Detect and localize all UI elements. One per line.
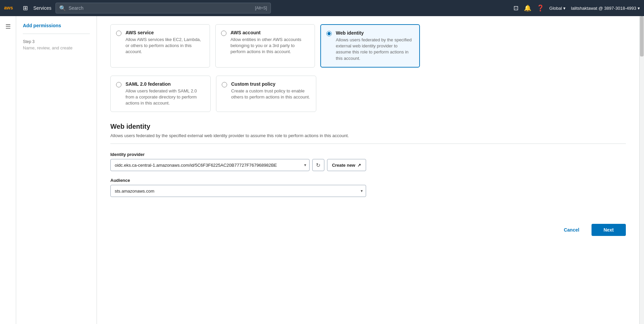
radio-web-identity[interactable] (326, 31, 332, 36)
bell-icon[interactable]: 🔔 (524, 4, 531, 12)
create-new-button[interactable]: Create new ↗ (327, 159, 366, 171)
search-icon: 🔍 (59, 5, 66, 11)
web-identity-section-desc: Allows users federated by the specified … (110, 133, 626, 138)
option-saml-desc: Allow users federated with SAML 2.0 from… (126, 88, 205, 107)
cancel-button[interactable]: Cancel (557, 224, 586, 236)
svg-text:aws: aws (4, 5, 13, 10)
services-link[interactable]: Services (33, 5, 51, 11)
step-title: Name, review, and create (23, 45, 90, 50)
aws-logo[interactable]: aws (4, 4, 17, 12)
option-aws-account[interactable]: AWS account Allow entities in other AWS … (215, 24, 315, 68)
trusted-entity-options-row1: AWS service Allow AWS services like EC2,… (110, 24, 420, 68)
region-chevron-icon: ▾ (563, 6, 566, 11)
section-divider (110, 144, 626, 144)
terminal-icon[interactable]: ⊡ (513, 4, 518, 12)
audience-select[interactable]: sts.amazonaws.com (110, 185, 366, 197)
search-bar[interactable]: 🔍 [Alt+S] (56, 3, 271, 13)
top-navigation: aws ⊞ Services 🔍 [Alt+S] ⊡ 🔔 ❓ Global ▾ … (0, 0, 644, 16)
option-saml[interactable]: SAML 2.0 federation Allow users federate… (110, 76, 211, 112)
option-web-identity-title: Web identity (336, 30, 414, 36)
refresh-button[interactable]: ↻ (312, 159, 324, 171)
next-button[interactable]: Next (592, 224, 626, 236)
add-permissions-title: Add permissions (23, 23, 90, 28)
option-aws-account-desc: Allow entities in other AWS accounts bel… (230, 37, 309, 55)
region-selector[interactable]: Global ▾ (549, 6, 566, 11)
scrollbar-thumb[interactable] (640, 16, 644, 56)
panel-divider (23, 34, 90, 34)
option-aws-account-title: AWS account (230, 30, 309, 35)
option-web-identity[interactable]: Web identity Allows users federated by t… (320, 24, 420, 68)
user-menu[interactable]: lalitshaktawat @ 3897-3018-4993 ▾ (571, 6, 640, 11)
option-custom-trust-title: Custom trust policy (231, 81, 311, 87)
option-aws-service[interactable]: AWS service Allow AWS services like EC2,… (110, 24, 210, 68)
left-panel: Add permissions Step 3 Name, review, and… (16, 16, 97, 324)
refresh-icon: ↻ (316, 162, 320, 168)
help-icon[interactable]: ❓ (537, 4, 544, 12)
audience-group: Audience sts.amazonaws.com ▾ (110, 178, 366, 197)
radio-aws-account[interactable] (221, 31, 226, 36)
audience-label: Audience (110, 178, 366, 183)
option-aws-service-title: AWS service (126, 30, 204, 35)
web-identity-section: Web identity Allows users federated by t… (110, 123, 626, 197)
grid-icon[interactable]: ⊞ (23, 4, 28, 12)
user-chevron-icon: ▾ (638, 6, 640, 11)
identity-provider-group: Identity provider oidc.eks.ca-central-1.… (110, 152, 366, 171)
radio-custom-trust[interactable] (222, 82, 227, 87)
nav-icons: ⊡ 🔔 ❓ Global ▾ lalitshaktawat @ 3897-301… (513, 4, 640, 12)
user-label: lalitshaktawat @ 3897-3018-4993 (571, 6, 636, 11)
trusted-entity-options-row2: SAML 2.0 federation Allow users federate… (110, 76, 316, 112)
external-link-icon: ↗ (357, 163, 361, 168)
step-number: Step 3 (23, 39, 90, 44)
radio-aws-service[interactable] (116, 31, 121, 36)
hamburger-icon[interactable]: ☰ (3, 20, 13, 33)
identity-provider-field-row: oidc.eks.ca-central-1.amazonaws.com/id/5… (110, 159, 366, 171)
option-custom-trust[interactable]: Custom trust policy Create a custom trus… (216, 76, 316, 112)
option-saml-title: SAML 2.0 federation (126, 81, 205, 87)
option-web-identity-desc: Allows users federated by the specified … (336, 37, 414, 62)
identity-provider-label: Identity provider (110, 152, 366, 157)
region-label: Global (549, 6, 562, 11)
identity-provider-select-wrapper: oidc.eks.ca-central-1.amazonaws.com/id/5… (110, 159, 310, 171)
footer-actions: Cancel Next (110, 217, 626, 236)
scrollbar[interactable] (639, 16, 644, 324)
option-custom-trust-desc: Create a custom trust policy to enable o… (231, 88, 311, 100)
audience-select-wrapper: sts.amazonaws.com ▾ (110, 185, 366, 197)
identity-provider-select[interactable]: oidc.eks.ca-central-1.amazonaws.com/id/5… (110, 159, 310, 171)
radio-saml[interactable] (116, 82, 121, 87)
sidebar: ☰ (0, 16, 16, 324)
search-input[interactable] (69, 5, 252, 11)
web-identity-section-title: Web identity (110, 123, 626, 130)
option-aws-service-desc: Allow AWS services like EC2, Lambda, or … (126, 37, 204, 55)
main-content: AWS service Allow AWS services like EC2,… (97, 16, 639, 324)
create-new-label: Create new (332, 163, 355, 168)
search-shortcut: [Alt+S] (255, 6, 267, 10)
